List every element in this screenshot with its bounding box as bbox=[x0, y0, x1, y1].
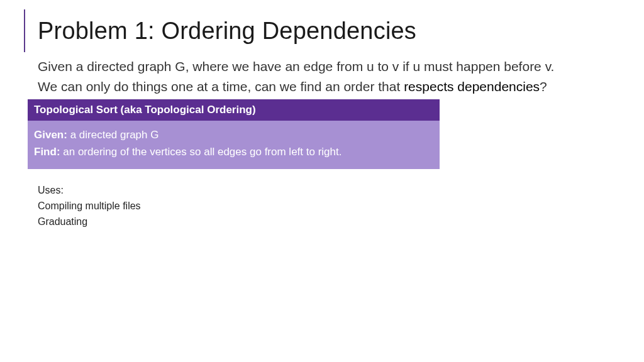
find-label: Find: bbox=[34, 146, 60, 158]
given-label: Given: bbox=[34, 129, 67, 141]
paragraph-2: We can only do things one at a time, can… bbox=[38, 79, 613, 95]
uses-item-1: Compiling multiple files bbox=[38, 199, 613, 214]
definition-find: Find: an ordering of the vertices so all… bbox=[34, 144, 433, 160]
paragraph-1: Given a directed graph G, where we have … bbox=[38, 58, 613, 75]
uses-item-2: Graduating bbox=[38, 214, 613, 230]
definition-box: Topological Sort (aka Topological Orderi… bbox=[28, 99, 440, 169]
uses-heading: Uses: bbox=[38, 183, 613, 199]
uses-block: Uses: Compiling multiple files Graduatin… bbox=[38, 183, 613, 229]
paragraph-2-emphasis: respects dependencies bbox=[404, 79, 540, 94]
paragraph-2-part-c: ? bbox=[540, 79, 547, 94]
definition-body: Given: a directed graph G Find: an order… bbox=[28, 121, 440, 169]
slide-title: Problem 1: Ordering Dependencies bbox=[38, 18, 613, 45]
paragraph-2-part-a: We can only do things one at a time, can… bbox=[38, 79, 404, 94]
find-text: an ordering of the vertices so all edges… bbox=[60, 146, 342, 158]
definition-header: Topological Sort (aka Topological Orderi… bbox=[28, 99, 440, 121]
definition-given: Given: a directed graph G bbox=[34, 127, 433, 143]
accent-rule bbox=[24, 9, 25, 52]
given-text: a directed graph G bbox=[67, 129, 159, 141]
